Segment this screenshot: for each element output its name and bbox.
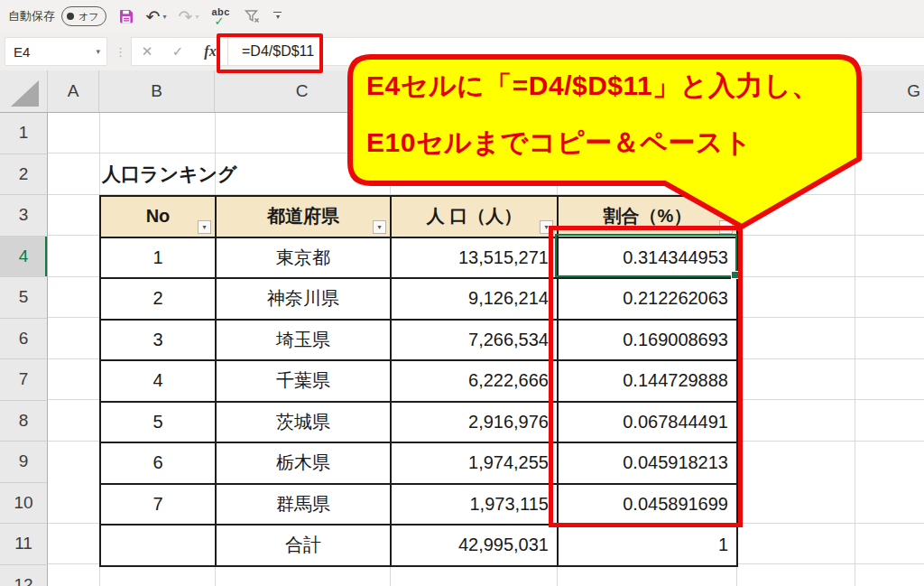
row-header-12[interactable]: 12 — [0, 565, 48, 586]
column-header-f[interactable] — [736, 70, 855, 112]
row-header-11[interactable]: 11 — [0, 524, 48, 565]
green-check-icon: ✓ — [214, 14, 224, 28]
cell-e7[interactable]: 0.144729888 — [559, 361, 738, 403]
cell-d6[interactable]: 7,266,534 — [392, 321, 559, 362]
cell-b7[interactable]: 4 — [101, 361, 217, 403]
spell-check-icon: abc ✓ — [210, 6, 232, 26]
undo-icon: ↶ — [146, 8, 161, 25]
cell-c11-total-label[interactable]: 合計 — [217, 526, 392, 567]
formula-input[interactable]: =D4/$D$11 — [227, 38, 924, 65]
cell-d5[interactable]: 9,126,214 — [392, 279, 559, 321]
cell-c4[interactable]: 東京都 — [217, 238, 392, 280]
clear-filter-button[interactable] — [244, 8, 261, 24]
enter-icon[interactable]: ✓ — [162, 43, 193, 60]
row-header-8[interactable]: 8 — [0, 401, 48, 442]
redo-button[interactable]: ↷ ▾ — [178, 8, 199, 25]
cell-c7[interactable]: 千葉県 — [217, 361, 392, 403]
chevron-down-icon: ▾ — [202, 223, 206, 231]
column-headers: A B C G — [0, 70, 924, 113]
column-header-c[interactable]: C — [215, 70, 390, 112]
filter-button[interactable]: ▾ — [198, 220, 211, 234]
row-header-4[interactable]: 4 — [0, 237, 48, 278]
column-header-d[interactable] — [390, 70, 557, 112]
insert-function-icon[interactable]: fx — [193, 43, 227, 60]
table-header-ratio[interactable]: 割合（%） ▾ — [559, 197, 738, 238]
save-icon — [118, 8, 134, 24]
select-all-button[interactable] — [0, 70, 48, 112]
row-header-3[interactable]: 3 — [0, 195, 48, 237]
cell-e5[interactable]: 0.212262063 — [559, 279, 738, 321]
table-header-pop[interactable]: 人 口（人） ▾ — [392, 197, 559, 238]
cell-b11[interactable] — [101, 526, 217, 567]
row-header-1[interactable]: 1 — [0, 113, 48, 154]
cell-b8[interactable]: 5 — [101, 403, 217, 444]
cell-b4[interactable]: 1 — [101, 238, 217, 280]
toggle-dot-icon — [67, 13, 74, 20]
cell-c6[interactable]: 埼玉県 — [217, 321, 392, 362]
spell-check-button[interactable]: abc ✓ — [210, 6, 232, 26]
row-header-5[interactable]: 5 — [0, 277, 48, 319]
cell-b9[interactable]: 6 — [101, 443, 217, 485]
cell-d11-total[interactable]: 42,995,031 — [392, 526, 559, 567]
save-button[interactable] — [118, 8, 134, 24]
cell-c5[interactable]: 神奈川県 — [217, 279, 392, 321]
row-header-6[interactable]: 6 — [0, 319, 48, 360]
row-header-2[interactable]: 2 — [0, 154, 48, 196]
header-label: 割合（%） — [604, 204, 692, 228]
cell-c10[interactable]: 群馬県 — [217, 485, 392, 526]
row-header-10[interactable]: 10 — [0, 483, 48, 525]
chevron-down-icon: ▾ — [377, 223, 381, 231]
cancel-icon[interactable]: ✕ — [132, 43, 162, 60]
formula-bar: E4 ▾ ⋮ ✕ ✓ fx =D4/$D$11 — [0, 33, 924, 71]
drag-handle-icon: ⋮ — [115, 45, 125, 59]
undo-button[interactable]: ↶ ▾ — [146, 8, 167, 25]
chevron-down-icon[interactable]: ▾ — [162, 13, 166, 21]
cell-e10[interactable]: 0.045891699 — [559, 485, 738, 526]
row-headers: 1 2 3 4 5 6 7 8 9 10 11 12 — [0, 113, 48, 586]
header-label: No — [146, 206, 171, 227]
column-header-g[interactable]: G — [855, 70, 924, 112]
quick-access-toolbar: 自動保存 オフ ↶ ▾ ↷ ▾ abc ✓ — [0, 0, 924, 33]
table-header-pref[interactable]: 都道府県 ▾ — [217, 197, 392, 238]
row-header-7[interactable]: 7 — [0, 359, 48, 401]
name-box[interactable]: E4 ▾ — [5, 37, 107, 66]
name-box-value: E4 — [14, 44, 30, 60]
cell-b6[interactable]: 3 — [101, 321, 217, 362]
cell-c9[interactable]: 栃木県 — [217, 443, 392, 485]
autosave-toggle[interactable]: オフ — [61, 6, 106, 26]
select-all-triangle-icon — [11, 80, 39, 107]
cell-e8[interactable]: 0.067844491 — [559, 403, 738, 444]
cell-d8[interactable]: 2,916,976 — [392, 403, 559, 444]
filter-button[interactable]: ▾ — [540, 220, 553, 234]
customize-toolbar-button[interactable]: ▾ — [273, 12, 282, 22]
chevron-down-icon[interactable]: ▾ — [96, 47, 100, 56]
column-header-e[interactable] — [557, 70, 736, 112]
cell-b5[interactable]: 2 — [101, 279, 217, 321]
row-header-9[interactable]: 9 — [0, 442, 48, 483]
cell-d7[interactable]: 6,222,666 — [392, 361, 559, 403]
autosave-state: オフ — [79, 10, 99, 23]
formula-bar-controls: ✕ ✓ fx =D4/$D$11 — [131, 37, 924, 66]
autosave-label: 自動保存 — [8, 8, 55, 24]
cell-b10[interactable]: 7 — [101, 485, 217, 526]
filter-button[interactable]: ▾ — [719, 220, 733, 234]
sheet-title: 人口ランキング — [102, 154, 236, 196]
header-label: 都道府県 — [267, 204, 339, 228]
cell-e11-total[interactable]: 1 — [559, 526, 738, 567]
spreadsheet-area: A B C G 1 2 3 4 5 6 7 8 9 10 11 12 — [0, 70, 924, 586]
chevron-down-icon: ▾ — [195, 13, 199, 21]
cell-e6[interactable]: 0.169008693 — [559, 321, 738, 362]
cell-e4[interactable]: 0.314344953 — [559, 238, 738, 280]
column-header-b[interactable]: B — [99, 70, 215, 112]
cell-e9[interactable]: 0.045918213 — [559, 443, 738, 485]
cell-d9[interactable]: 1,974,255 — [392, 443, 559, 485]
column-header-a[interactable]: A — [48, 70, 99, 112]
cell-c8[interactable]: 茨城県 — [217, 403, 392, 444]
cells-area[interactable]: 人口ランキング No ▾ 都道府県 ▾ 人 口（人） ▾ 割合（%） ▾ — [48, 113, 924, 586]
chevron-down-icon: ▾ — [724, 223, 727, 231]
cell-d4[interactable]: 13,515,271 — [392, 238, 559, 280]
chevron-down-icon: ▾ — [544, 223, 548, 231]
table-header-no[interactable]: No ▾ — [101, 197, 217, 238]
filter-button[interactable]: ▾ — [373, 220, 386, 234]
cell-d10[interactable]: 1,973,115 — [392, 485, 559, 526]
